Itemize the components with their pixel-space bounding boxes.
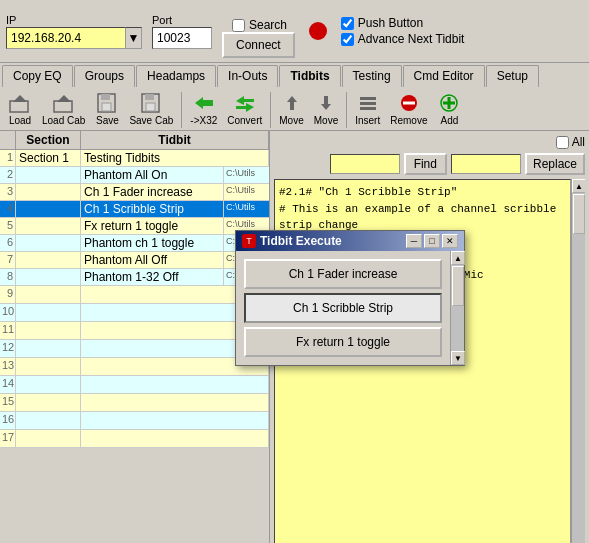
replace-input[interactable]	[451, 154, 521, 174]
table-row[interactable]: 12	[0, 340, 269, 358]
table-row[interactable]: 1 Section 1 Testing Tidbits	[0, 150, 269, 167]
save-button[interactable]: Save	[91, 90, 123, 128]
add-button[interactable]: Add	[433, 90, 465, 128]
tab-testing[interactable]: Testing	[342, 65, 402, 87]
dialog-minimize-btn[interactable]: ─	[406, 234, 422, 248]
port-input[interactable]	[152, 27, 212, 49]
find-button[interactable]: Find	[404, 153, 447, 175]
dialog-body: Ch 1 Fader increase Ch 1 Scribble Strip …	[236, 251, 450, 365]
table-row[interactable]: 2 Phantom All On C:\Utils	[0, 167, 269, 184]
dialog-app-icon: T	[242, 234, 256, 248]
move-up-button[interactable]: Move	[275, 90, 307, 128]
tab-in-outs[interactable]: In-Outs	[217, 65, 278, 87]
dialog-item-3[interactable]: Fx return 1 toggle	[244, 327, 442, 357]
advance-row: Advance Next Tidbit	[341, 32, 465, 46]
load-cab-button[interactable]: Load Cab	[38, 90, 89, 128]
find-input[interactable]	[330, 154, 400, 174]
vertical-scrollbar[interactable]: ▲ ▼	[571, 179, 585, 543]
toolbar: Load Load Cab Save Save Cab ->X32 Conver…	[0, 87, 589, 131]
th-section: Section	[16, 131, 81, 149]
save-cab-button[interactable]: Save Cab	[125, 90, 177, 128]
tab-setup[interactable]: Setup	[486, 65, 539, 87]
table-row[interactable]: 3 Ch 1 Fader increase C:\Utils	[0, 184, 269, 201]
dialog-item-2[interactable]: Ch 1 Scribble Strip	[244, 293, 442, 323]
svg-marker-13	[287, 96, 297, 102]
table-row[interactable]: 9	[0, 286, 269, 304]
table-header: Section Tidbit	[0, 131, 269, 150]
dialog-item-1[interactable]: Ch 1 Fader increase	[244, 259, 442, 289]
ip-label: IP	[6, 14, 142, 26]
table-row[interactable]: 6 Phantom ch 1 toggle C:\Utils	[0, 235, 269, 252]
connect-button[interactable]: Connect	[222, 32, 295, 58]
dialog-close-btn[interactable]: ✕	[442, 234, 458, 248]
tab-headamps[interactable]: Headamps	[136, 65, 216, 87]
remove-label: Remove	[390, 115, 427, 126]
dialog-title-left: T Tidbit Execute	[242, 234, 342, 248]
dialog-restore-btn[interactable]: □	[424, 234, 440, 248]
table-row[interactable]: 17	[0, 430, 269, 448]
tab-cmd-editor[interactable]: Cmd Editor	[403, 65, 485, 87]
row-num: 6	[0, 235, 16, 251]
svg-rect-24	[448, 97, 451, 109]
table-row[interactable]: 7 Phantom All Off C:\Utils	[0, 252, 269, 269]
vscroll-track	[572, 193, 585, 543]
ip-input[interactable]	[6, 27, 126, 49]
move-down-button[interactable]: Move	[310, 90, 342, 128]
table-row[interactable]: 16	[0, 412, 269, 430]
table-row[interactable]: 5 Fx return 1 toggle C:\Utils	[0, 218, 269, 235]
row-tidbit: Phantom All Off	[81, 252, 224, 268]
search-checkbox-row: Search	[232, 18, 287, 32]
row-section: Section 1	[16, 150, 81, 166]
table-row[interactable]: 14	[0, 376, 269, 394]
remove-button[interactable]: Remove	[386, 90, 431, 128]
tabs-row: Copy EQ Groups Headamps In-Outs Tidbits …	[0, 63, 589, 87]
all-checkbox[interactable]	[556, 136, 569, 149]
dialog-scroll-down[interactable]: ▼	[451, 351, 465, 365]
load-button[interactable]: Load	[4, 90, 36, 128]
replace-button[interactable]: Replace	[525, 153, 585, 175]
row-num: 3	[0, 184, 16, 200]
x32-label: ->X32	[190, 115, 217, 126]
svg-marker-16	[321, 104, 331, 110]
table-row[interactable]: 11	[0, 322, 269, 340]
table-row[interactable]: 8 Phantom 1-32 Off C:\Utils	[0, 269, 269, 286]
tab-groups[interactable]: Groups	[74, 65, 135, 87]
scroll-up-btn[interactable]: ▲	[572, 179, 585, 193]
tab-tidbits[interactable]: Tidbits	[279, 65, 340, 87]
search-checkbox[interactable]	[232, 19, 245, 32]
dialog-controls: ─ □ ✕	[406, 234, 458, 248]
tidbit-execute-dialog: T Tidbit Execute ─ □ ✕ Ch 1 Fader increa…	[235, 230, 465, 366]
dialog-scroll-up[interactable]: ▲	[451, 251, 465, 265]
table-row[interactable]: 4 Ch 1 Scribble Strip C:\Utils	[0, 201, 269, 218]
dialog-vscroll-thumb[interactable]	[452, 266, 464, 306]
insert-label: Insert	[355, 115, 380, 126]
table-row[interactable]: 10	[0, 304, 269, 322]
th-num	[0, 131, 16, 149]
svg-rect-18	[360, 102, 376, 105]
svg-rect-21	[403, 102, 415, 105]
connection-status-dot	[309, 22, 327, 40]
tab-copy-eq[interactable]: Copy EQ	[2, 65, 73, 87]
vscroll-thumb[interactable]	[573, 194, 585, 234]
insert-icon	[356, 92, 380, 114]
advance-checkbox[interactable]	[341, 33, 354, 46]
svg-marker-11	[236, 96, 254, 105]
dialog-vscroll[interactable]: ▲ ▼	[450, 251, 464, 365]
insert-button[interactable]: Insert	[351, 90, 384, 128]
save-label: Save	[96, 115, 119, 126]
table-row[interactable]: 13	[0, 358, 269, 376]
row-num: 5	[0, 218, 16, 234]
row-num: 2	[0, 167, 16, 183]
row-tidbit: Ch 1 Scribble Strip	[81, 201, 224, 217]
load-cab-icon	[52, 92, 76, 114]
table-row[interactable]: 15	[0, 394, 269, 412]
move-up-icon	[280, 92, 304, 114]
convert-label: Convert	[227, 115, 262, 126]
ip-dropdown[interactable]: ▼	[126, 27, 142, 49]
push-button-checkbox[interactable]	[341, 17, 354, 30]
toolbar-sep-2	[270, 92, 271, 128]
x32-button[interactable]: ->X32	[186, 90, 221, 128]
row-section	[16, 167, 81, 183]
row-tidbit: Testing Tidbits	[81, 150, 269, 166]
convert-button[interactable]: Convert	[223, 90, 266, 128]
